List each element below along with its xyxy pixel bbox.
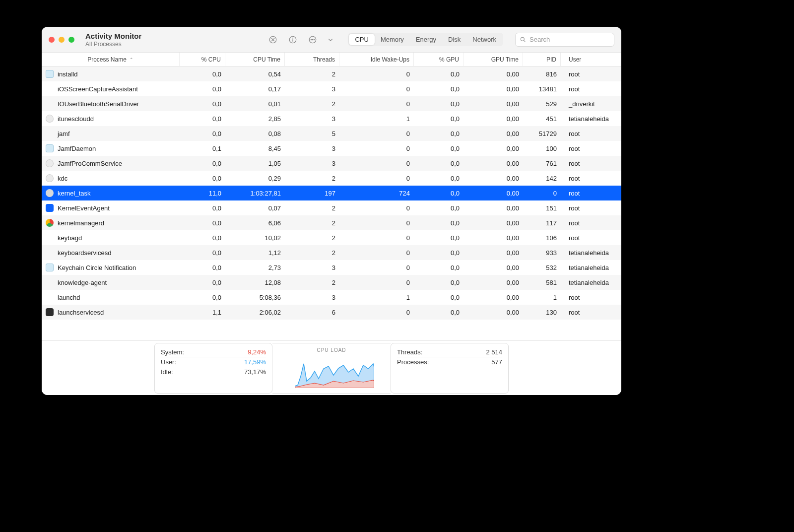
cell-threads: 3 <box>285 260 339 275</box>
cell-pid: 451 <box>523 111 561 126</box>
cell-gput: 0,00 <box>463 260 523 275</box>
process-icon <box>46 249 54 257</box>
table-row[interactable]: knowledge-agent0,012,08200,00,00581tetia… <box>42 275 621 290</box>
table-row[interactable]: launchservicesd1,12:06,02600,00,00130roo… <box>42 305 621 320</box>
cell-idle: 0 <box>339 66 414 81</box>
svg-line-11 <box>524 40 526 42</box>
col-idle[interactable]: Idle Wake-Ups <box>339 53 414 66</box>
cell-cpu: 0,0 <box>180 230 225 245</box>
chevron-down-icon[interactable] <box>324 33 337 46</box>
cell-gpu: 0,0 <box>414 111 463 126</box>
table-row[interactable]: jamf0,00,08500,00,0051729root <box>42 126 621 141</box>
cell-cpu: 0,0 <box>180 156 225 171</box>
tab-cpu[interactable]: CPU <box>349 34 374 45</box>
table-row[interactable]: kdc0,00,29200,00,00142root <box>42 171 621 186</box>
cell-time: 1,05 <box>225 156 285 171</box>
cell-idle: 0 <box>339 230 414 245</box>
cell-cpu: 0,0 <box>180 200 225 215</box>
table-row[interactable]: kernel_task11,01:03:27,811977240,00,000r… <box>42 186 621 200</box>
cell-time: 8,45 <box>225 141 285 156</box>
cell-gput: 0,00 <box>463 305 523 320</box>
tab-energy[interactable]: Energy <box>410 34 442 45</box>
cpu-sparkline <box>295 361 374 388</box>
tab-memory[interactable]: Memory <box>375 34 410 45</box>
process-table-body: installd0,00,54200,00,00816rootiOSScreen… <box>42 66 621 340</box>
process-icon <box>46 130 54 137</box>
cell-pid: 130 <box>523 305 561 320</box>
svg-point-10 <box>521 37 524 41</box>
search-field[interactable]: Search <box>515 33 614 47</box>
table-row[interactable]: installd0,00,54200,00,00816root <box>42 66 621 81</box>
process-icon <box>46 293 54 301</box>
table-row[interactable]: JamfDaemon0,18,45300,00,00100root <box>42 141 621 156</box>
col-gpu-time[interactable]: GPU Time <box>463 53 523 66</box>
app-subtitle: All Processes <box>85 41 141 48</box>
cell-threads: 197 <box>285 186 339 200</box>
idle-value: 73,17% <box>244 368 266 376</box>
cell-gpu: 0,0 <box>414 171 463 186</box>
activity-monitor-window: Activity Monitor All Processes CPU Memor… <box>42 27 621 395</box>
cell-cpu: 0,0 <box>180 66 225 81</box>
col-pid[interactable]: PID <box>523 53 561 66</box>
table-row[interactable]: KernelEventAgent0,00,07200,00,00151root <box>42 200 621 215</box>
cell-cpu: 0,0 <box>180 111 225 126</box>
cell-user: root <box>561 141 621 156</box>
cell-pid: 0 <box>523 186 561 200</box>
cell-user: root <box>561 290 621 305</box>
col-process-name[interactable]: Process Name⌃ <box>42 53 180 66</box>
process-name: knowledge-agent <box>58 279 107 286</box>
zoom-button[interactable] <box>68 37 74 43</box>
cell-user: root <box>561 171 621 186</box>
cell-threads: 6 <box>285 305 339 320</box>
table-row[interactable]: kernelmanagerd0,06,06200,00,00117root <box>42 215 621 230</box>
col-threads[interactable]: Threads <box>285 53 339 66</box>
cell-time: 0,01 <box>225 96 285 111</box>
tab-network[interactable]: Network <box>466 34 502 45</box>
table-row[interactable]: keybagd0,010,02200,00,00106root <box>42 230 621 245</box>
cell-gput: 0,00 <box>463 171 523 186</box>
cell-time: 6,06 <box>225 215 285 230</box>
table-row[interactable]: keyboardservicesd0,01,12200,00,00933teti… <box>42 245 621 260</box>
cell-cpu: 0,0 <box>180 81 225 96</box>
cell-gpu: 0,0 <box>414 260 463 275</box>
cell-pid: 529 <box>523 96 561 111</box>
more-button[interactable] <box>306 33 319 46</box>
table-row[interactable]: Keychain Circle Notification0,02,73300,0… <box>42 260 621 275</box>
process-icon <box>46 204 54 212</box>
svg-point-8 <box>313 39 314 40</box>
process-name: jamf <box>58 130 70 137</box>
process-name: iOSScreenCaptureAssistant <box>58 85 138 93</box>
table-row[interactable]: launchd0,05:08,36310,00,001root <box>42 290 621 305</box>
cell-idle: 0 <box>339 200 414 215</box>
col-cpu-time[interactable]: CPU Time <box>225 53 285 66</box>
col-gpu[interactable]: % GPU <box>414 53 463 66</box>
cell-threads: 2 <box>285 275 339 290</box>
table-row[interactable]: itunescloudd0,02,85310,00,00451tetianale… <box>42 111 621 126</box>
cell-cpu: 0,0 <box>180 171 225 186</box>
table-row[interactable]: IOUserBluetoothSerialDriver0,00,01200,00… <box>42 96 621 111</box>
cell-pid: 581 <box>523 275 561 290</box>
cell-cpu: 0,0 <box>180 245 225 260</box>
cell-user: root <box>561 186 621 200</box>
cell-user: root <box>561 200 621 215</box>
info-button[interactable] <box>286 33 299 46</box>
process-name: installd <box>58 70 77 78</box>
cell-threads: 3 <box>285 81 339 96</box>
cell-cpu: 0,0 <box>180 96 225 111</box>
cell-gput: 0,00 <box>463 186 523 200</box>
minimize-button[interactable] <box>59 37 65 43</box>
cell-idle: 1 <box>339 111 414 126</box>
col-cpu[interactable]: % CPU <box>180 53 225 66</box>
table-row[interactable]: JamfProCommService0,01,05300,00,00761roo… <box>42 156 621 171</box>
close-button[interactable] <box>49 37 55 43</box>
cell-user: root <box>561 126 621 141</box>
cell-cpu: 0,0 <box>180 275 225 290</box>
col-user[interactable]: User <box>561 53 621 66</box>
cell-pid: 106 <box>523 230 561 245</box>
stop-process-button[interactable] <box>266 33 279 46</box>
cell-gput: 0,00 <box>463 96 523 111</box>
tab-disk[interactable]: Disk <box>442 34 466 45</box>
table-row[interactable]: iOSScreenCaptureAssistant0,00,17300,00,0… <box>42 81 621 96</box>
process-name: kernel_task <box>58 190 90 197</box>
svg-point-7 <box>311 39 312 40</box>
